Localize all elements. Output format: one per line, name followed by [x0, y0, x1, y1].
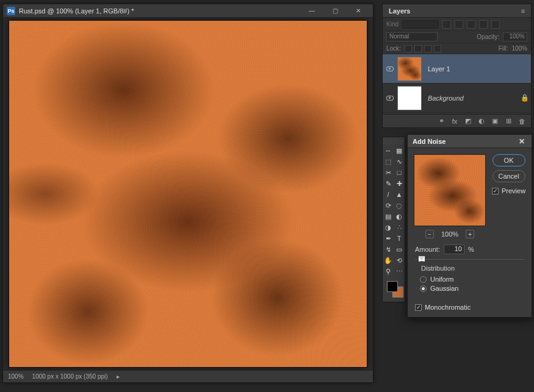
filter-toggle-2[interactable] [455, 20, 463, 29]
uniform-radio[interactable]: Uniform [420, 276, 519, 283]
tool-type[interactable]: T [394, 233, 404, 243]
tool-eyedropper[interactable]: ✎ [383, 179, 393, 188]
layer-row[interactable]: Layer 1 [383, 54, 531, 84]
close-icon[interactable]: ✕ [517, 137, 527, 146]
tool-hand[interactable]: ✋ [383, 255, 393, 265]
fx-icon[interactable]: fx [450, 118, 459, 125]
adjustment-icon[interactable]: ◐ [477, 117, 486, 125]
slider-thumb-icon[interactable] [419, 256, 425, 262]
tool-history[interactable]: ⟳ [383, 201, 393, 210]
monochromatic-label: Monochromatic [425, 304, 471, 311]
tool-patch[interactable]: ✚ [394, 179, 404, 188]
layers-footer: ⚭ fx ◩ ◐ ▣ ⊞ 🗑 [383, 114, 531, 127]
tool-dodge[interactable]: ◑ [383, 223, 393, 232]
minimize-button[interactable]: — [301, 5, 323, 16]
canvas-area[interactable] [3, 18, 373, 370]
lock-pixels-icon[interactable] [414, 45, 422, 52]
lock-position-icon[interactable] [424, 45, 431, 52]
tool-eraser[interactable]: ◌ [394, 201, 404, 210]
layers-panel: Layers ≡ Kind Normal Opacity: 100% Lock:… [382, 4, 532, 128]
preview-checkbox[interactable]: ✓ Preview [492, 187, 525, 194]
tool-rotate[interactable]: ⟲ [394, 255, 404, 265]
layer-thumbnail[interactable] [397, 86, 422, 110]
filter-toggle-5[interactable] [491, 20, 500, 29]
layer-name[interactable]: Background [428, 94, 519, 102]
visibility-toggle[interactable] [383, 96, 397, 101]
opacity-input[interactable]: 100% [503, 32, 527, 41]
layers-tab[interactable]: Layers ≡ [383, 4, 531, 18]
lock-transparent-icon[interactable] [405, 45, 412, 52]
gaussian-radio[interactable]: Gaussian [420, 285, 519, 292]
distribution-group: Distribution Uniform Gaussian [415, 269, 524, 298]
palette-drag-handle[interactable] [384, 140, 403, 144]
tools-palette[interactable]: ↔▦⬚∿✂□✎✚/▲⟳◌▤◐◑∴✒T↯▭✋⟲⚲⋯ [382, 137, 405, 302]
dialog-title: Add Noise [413, 138, 446, 145]
tool-crop[interactable]: ✂ [383, 168, 393, 177]
filter-toggle-1[interactable] [442, 20, 451, 29]
tool-pen[interactable]: ✒ [383, 233, 393, 243]
monochromatic-checkbox[interactable]: ✓ Monochromatic [415, 304, 524, 311]
tool-brush[interactable]: / [383, 190, 393, 199]
layer-row[interactable]: Background 🔒 [383, 84, 531, 113]
foreground-swatch[interactable] [387, 281, 398, 292]
tool-frame[interactable]: □ [394, 168, 404, 177]
amount-unit: % [468, 246, 474, 253]
link-layers-icon[interactable]: ⚭ [437, 117, 446, 125]
tool-zoom[interactable]: ⚲ [383, 266, 393, 276]
layer-list: Layer 1 Background 🔒 [383, 54, 531, 114]
eye-icon [386, 96, 394, 101]
layers-tab-label: Layers [389, 7, 410, 15]
distribution-label: Distribution [419, 265, 457, 272]
zoom-in-button[interactable]: + [466, 230, 474, 238]
filter-toggle-4[interactable] [479, 20, 488, 29]
close-button[interactable]: ✕ [347, 5, 369, 16]
preview-checkbox-label: Preview [502, 187, 525, 194]
gaussian-label: Gaussian [430, 285, 458, 292]
trash-icon[interactable]: 🗑 [518, 118, 526, 125]
fill-input[interactable]: 100% [511, 45, 527, 52]
opacity-label: Opacity: [477, 34, 499, 40]
status-zoom[interactable]: 100% [8, 373, 24, 380]
tool-move[interactable]: ↔ [383, 146, 393, 155]
layer-name[interactable]: Layer 1 [428, 65, 531, 73]
amount-input[interactable]: 10 [444, 244, 464, 254]
checkbox-icon: ✓ [415, 304, 422, 311]
tool-smudge[interactable]: ∴ [394, 223, 404, 232]
eye-icon [386, 66, 394, 71]
mask-icon[interactable]: ◩ [464, 117, 472, 125]
preview-thumbnail[interactable] [414, 154, 486, 226]
amount-label: Amount: [415, 246, 440, 253]
blend-mode-select[interactable]: Normal [386, 32, 438, 41]
tool-path[interactable]: ↯ [383, 244, 393, 254]
visibility-toggle[interactable] [383, 66, 397, 71]
lock-icon[interactable]: 🔒 [519, 94, 531, 102]
amount-slider[interactable] [415, 255, 524, 264]
zoom-out-button[interactable]: − [425, 230, 434, 238]
canvas[interactable] [9, 21, 367, 367]
status-chevron-icon[interactable]: ▸ [117, 373, 120, 380]
window-controls: — ▢ ✕ [301, 5, 369, 16]
lock-all-icon[interactable] [434, 45, 441, 52]
tool-artboard[interactable]: ▦ [394, 146, 404, 155]
cancel-button[interactable]: Cancel [493, 170, 525, 182]
tool-marquee[interactable]: ⬚ [383, 157, 393, 166]
filter-toggle-3[interactable] [467, 20, 475, 29]
color-swatches[interactable] [384, 280, 403, 298]
tool-rect[interactable]: ▭ [394, 244, 404, 254]
group-icon[interactable]: ▣ [491, 117, 499, 125]
tool-more[interactable]: ⋯ [394, 266, 404, 276]
app-icon: Ps [7, 7, 15, 15]
new-layer-icon[interactable]: ⊞ [504, 117, 513, 125]
tool-blur[interactable]: ◐ [394, 212, 404, 221]
filter-kind-label: Kind [386, 21, 399, 27]
tool-stamp[interactable]: ▲ [394, 190, 404, 199]
layer-kind-select[interactable] [402, 20, 439, 29]
ok-button[interactable]: OK [493, 154, 525, 166]
panel-menu-icon[interactable]: ≡ [518, 7, 529, 15]
layer-thumbnail[interactable] [397, 57, 422, 81]
maximize-button[interactable]: ▢ [324, 5, 346, 16]
tool-lasso[interactable]: ∿ [394, 157, 404, 166]
document-titlebar[interactable]: Ps Rust.psd @ 100% (Layer 1, RGB/8#) * —… [3, 4, 373, 18]
dialog-titlebar[interactable]: Add Noise ✕ [408, 135, 532, 148]
tool-gradient[interactable]: ▤ [383, 212, 393, 221]
